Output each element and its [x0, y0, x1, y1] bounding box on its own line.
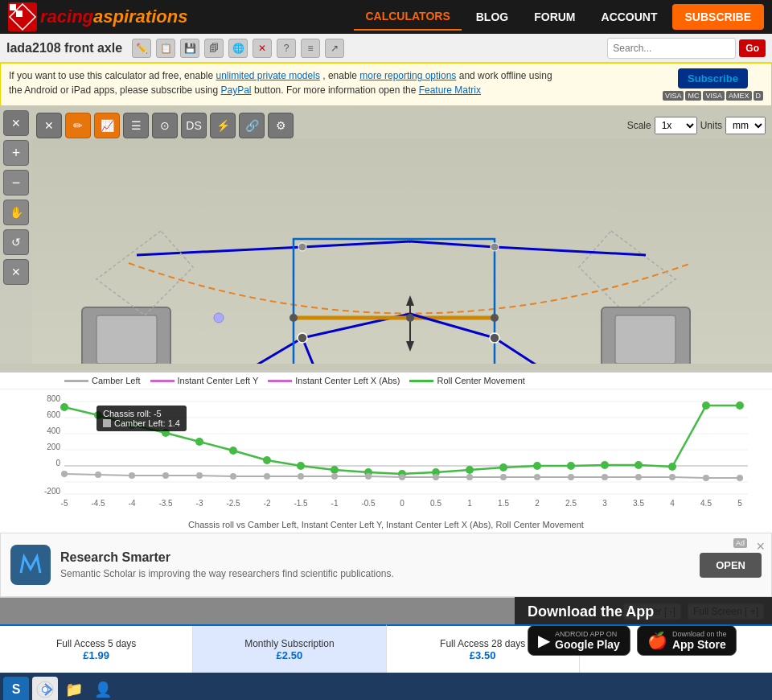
- ad-logo-icon: [14, 549, 47, 581]
- chart-tooltip: Chassis roll: -5 Camber Left: 1.4: [96, 406, 187, 431]
- taskbar: S 📁 👤: [0, 673, 772, 700]
- google-play-button[interactable]: ▶ ANDROID APP ON Google Play: [528, 625, 630, 656]
- nav-subscribe[interactable]: SUBSCRIBE: [672, 4, 764, 30]
- svg-text:0: 0: [400, 499, 404, 508]
- ad-open-button[interactable]: OPEN: [700, 553, 762, 578]
- nav-calculators[interactable]: CALCULATORS: [354, 3, 461, 31]
- select-btn[interactable]: ✕: [36, 113, 62, 138]
- svg-rect-1: [10, 4, 16, 10]
- tooltip-label2: Camber Left: 1.4: [114, 418, 180, 428]
- app-store-button[interactable]: 🍎 Download on the App Store: [637, 625, 737, 656]
- svg-rect-7: [96, 315, 157, 364]
- pan-tool[interactable]: ✋: [3, 200, 29, 225]
- legend-camber-line: [64, 380, 88, 382]
- svg-point-77: [634, 461, 643, 469]
- legend-ic-x-line: [268, 380, 292, 382]
- reporting-options-link[interactable]: more reporting options: [359, 70, 456, 81]
- legend-ic-y: Instant Center Left Y: [150, 376, 259, 385]
- expand-icon[interactable]: ↗: [325, 39, 344, 58]
- search-go-button[interactable]: Go: [739, 39, 766, 57]
- search-area: Go: [607, 38, 766, 59]
- feature-matrix-link[interactable]: Feature Matrix: [419, 84, 481, 96]
- legend-ic-x: Instant Center Left X (Abs): [268, 376, 400, 385]
- svg-point-81: [61, 471, 68, 477]
- select-tool[interactable]: ✕: [3, 110, 29, 136]
- units-label: Units: [700, 120, 722, 131]
- scale-select[interactable]: 1x2x0.5x: [655, 117, 697, 134]
- help-icon[interactable]: ?: [277, 39, 296, 58]
- ad-banner: Research Smarter Semantic Scholar is imp…: [0, 533, 772, 597]
- amex-card: AMEX: [726, 91, 752, 101]
- svg-point-78: [668, 463, 676, 471]
- tooltip-swatch: [103, 419, 111, 427]
- close-icon[interactable]: ✕: [253, 39, 272, 58]
- list-icon[interactable]: ≡: [301, 39, 320, 58]
- svg-line-28: [495, 247, 646, 255]
- tooltip-label1: Chassis roll: -5: [103, 409, 162, 418]
- chart-svg-container: Chassis roll: -5 Camber Left: 1.4 800 60…: [0, 389, 772, 518]
- zoom-out-tool[interactable]: −: [3, 170, 29, 196]
- subscribe-paypal-button[interactable]: Subscribe: [678, 68, 748, 89]
- svg-point-41: [214, 313, 224, 323]
- svg-point-73: [499, 463, 507, 471]
- legend-roll-center: Roll Center Movement: [409, 376, 524, 385]
- damper-btn[interactable]: ⚡: [210, 113, 236, 138]
- svg-point-74: [533, 462, 541, 470]
- nav-forum[interactable]: FORUM: [523, 4, 586, 30]
- svg-text:800: 800: [47, 394, 60, 403]
- svg-point-99: [669, 474, 676, 480]
- taskbar-icon-user[interactable]: 👤: [90, 677, 116, 700]
- ad-description: Semantic Scholar is improving the way re…: [60, 568, 690, 579]
- ad-close-icon[interactable]: ×: [756, 538, 765, 555]
- taskbar-icon-chrome[interactable]: [32, 677, 58, 700]
- wheel-btn[interactable]: ⊙: [152, 113, 178, 138]
- line-btn[interactable]: 📈: [94, 113, 120, 138]
- pencil-btn[interactable]: ✏: [65, 113, 91, 138]
- taskbar-icon-s[interactable]: S: [3, 677, 29, 700]
- taskbar-icon-folder[interactable]: 📁: [61, 677, 87, 700]
- settings-tool[interactable]: ✕: [3, 259, 29, 285]
- save-icon[interactable]: 💾: [180, 39, 199, 58]
- sub-tab-5days[interactable]: Full Access 5 days £1.99: [0, 626, 193, 673]
- sub-tab-monthly[interactable]: Monthly Subscription £2.50: [193, 624, 386, 673]
- gear-btn[interactable]: ⚙: [268, 113, 294, 138]
- nav-blog[interactable]: BLOG: [465, 4, 519, 30]
- svg-point-125: [43, 687, 47, 692]
- unlimited-models-link[interactable]: unlimited private models: [216, 70, 319, 81]
- units-select[interactable]: mmin: [725, 117, 766, 134]
- info-text1: If you want to use this calculator ad fr…: [9, 70, 216, 81]
- sub-tab-monthly-price: £2.50: [277, 649, 303, 661]
- globe-icon[interactable]: 🌐: [228, 39, 248, 58]
- chart-title: Chassis roll vs Camber Left, Instant Cen…: [0, 518, 772, 531]
- svg-point-82: [95, 471, 101, 478]
- app-download-title: Download the App: [528, 603, 759, 620]
- edit-icon[interactable]: ✏️: [132, 39, 151, 58]
- search-input[interactable]: [607, 38, 736, 59]
- rotate-tool[interactable]: ↺: [3, 229, 29, 255]
- info-bar: If you want to use this calculator ad fr…: [0, 63, 772, 106]
- zoom-in-tool[interactable]: +: [3, 140, 29, 166]
- legend-ic-y-line: [150, 380, 175, 382]
- ad-title: Research Smarter: [60, 550, 690, 565]
- svg-point-79: [702, 401, 710, 410]
- logo-aspirations: aspirations: [93, 6, 187, 27]
- sub-tab-28days-label: Full Access 28 days: [440, 638, 525, 649]
- svg-point-93: [466, 474, 473, 480]
- left-toolbar: ✕ + − ✋ ↺ ✕: [0, 106, 32, 372]
- paypal-link[interactable]: PayPal: [221, 84, 252, 96]
- info-text2: , enable: [322, 70, 359, 81]
- copy2-icon[interactable]: 🗐: [204, 39, 224, 58]
- svg-point-67: [297, 462, 305, 470]
- nav-account[interactable]: ACCOUNT: [590, 4, 669, 30]
- spring-btn[interactable]: DS: [181, 113, 207, 138]
- canvas-toolbar: ✕ ✏ 📈 ☰ ⊙ DS ⚡ 🔗 ⚙ Scale 1x2x0.5x Units …: [36, 110, 772, 141]
- hand-btn[interactable]: ☰: [123, 113, 149, 138]
- svg-text:2: 2: [535, 499, 540, 508]
- link-btn[interactable]: 🔗: [239, 113, 265, 138]
- copy-icon[interactable]: 📋: [156, 39, 175, 58]
- tooltip-row1: Chassis roll: -5: [103, 409, 180, 418]
- units-select-area: Units mmin: [700, 117, 766, 134]
- google-play-name: Google Play: [555, 638, 620, 651]
- svg-text:-2.5: -2.5: [226, 499, 240, 508]
- svg-text:0: 0: [55, 459, 60, 467]
